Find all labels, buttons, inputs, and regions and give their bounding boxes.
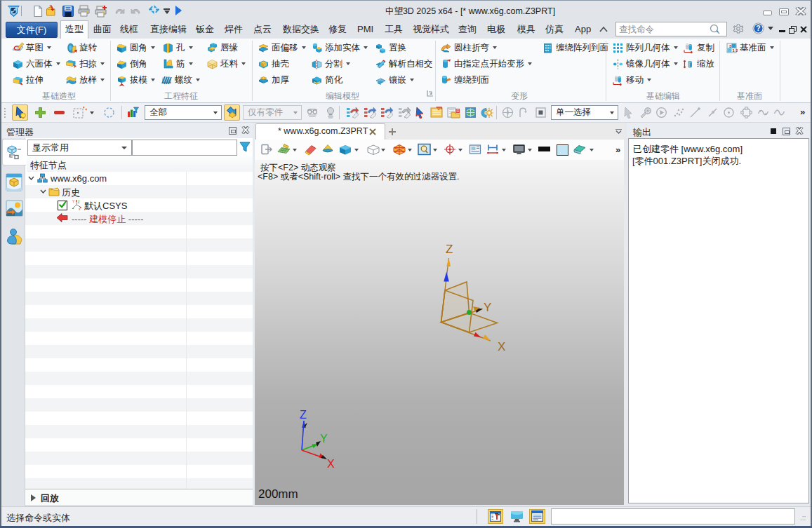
svg-text:Y: Y bbox=[320, 433, 328, 445]
svg-text:X: X bbox=[498, 340, 505, 353]
svg-text:Y: Y bbox=[72, 199, 75, 203]
svg-text:Z: Z bbox=[300, 409, 307, 421]
svg-text:?: ? bbox=[756, 24, 760, 32]
svg-text:Z: Z bbox=[78, 200, 80, 204]
svg-text:Z: Z bbox=[446, 243, 453, 256]
svg-text:X: X bbox=[327, 458, 335, 470]
svg-text:Y: Y bbox=[484, 301, 491, 314]
svg-text:1 2: 1 2 bbox=[733, 48, 738, 52]
